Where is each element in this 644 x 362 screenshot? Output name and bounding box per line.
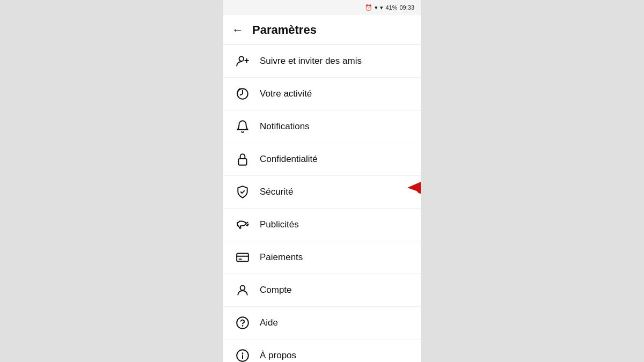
privacy-label: Confidentialité bbox=[260, 154, 318, 165]
info-icon bbox=[234, 347, 251, 362]
account-label: Compte bbox=[260, 285, 292, 295]
alarm-icon: ⏰ bbox=[365, 4, 372, 11]
svg-point-13 bbox=[237, 317, 248, 329]
follow-label: Suivre et inviter des amis bbox=[260, 56, 362, 67]
svg-marker-5 bbox=[407, 180, 421, 193]
sidebar-item-privacy[interactable]: Confidentialité bbox=[223, 143, 421, 176]
security-label: Sécurité bbox=[260, 187, 293, 197]
add-person-icon bbox=[234, 53, 251, 70]
help-icon bbox=[234, 314, 251, 331]
payments-label: Paiements bbox=[260, 252, 303, 263]
activity-label: Votre activité bbox=[260, 88, 312, 99]
lock-icon bbox=[234, 151, 251, 168]
sidebar-item-notifications[interactable]: Notifications bbox=[223, 110, 421, 143]
notifications-label: Notifications bbox=[260, 121, 310, 132]
sidebar-item-help[interactable]: Aide bbox=[223, 307, 421, 339]
signal-icon: ▾ bbox=[380, 4, 383, 11]
about-label: À propos bbox=[260, 350, 296, 361]
svg-line-7 bbox=[247, 225, 248, 226]
card-icon bbox=[234, 249, 251, 266]
header: ← Paramètres bbox=[223, 15, 421, 45]
activity-icon bbox=[234, 85, 251, 102]
ads-label: Publicités bbox=[260, 219, 299, 230]
sidebar-item-follow[interactable]: Suivre et inviter des amis bbox=[223, 45, 421, 78]
svg-rect-9 bbox=[237, 253, 248, 261]
phone-frame: ⏰ ▾ ▾ 41% 09:33 ← Paramètres Suivre et i… bbox=[223, 0, 421, 362]
sidebar-item-account[interactable]: Compte bbox=[223, 274, 421, 307]
svg-point-0 bbox=[239, 56, 244, 61]
battery-level: 41% bbox=[385, 4, 397, 11]
sidebar-item-payments[interactable]: Paiements bbox=[223, 241, 421, 274]
bell-icon bbox=[234, 118, 251, 135]
sidebar-item-security[interactable]: Sécurité bbox=[223, 176, 421, 209]
shield-icon bbox=[234, 183, 251, 201]
sidebar-item-about[interactable]: À propos bbox=[223, 339, 421, 362]
svg-line-6 bbox=[247, 223, 248, 223]
sidebar-item-activity[interactable]: Votre activité bbox=[223, 78, 421, 110]
help-label: Aide bbox=[260, 317, 278, 328]
status-bar: ⏰ ▾ ▾ 41% 09:33 bbox=[223, 0, 421, 15]
wifi-icon: ▾ bbox=[375, 4, 378, 11]
person-icon bbox=[234, 282, 251, 299]
status-icons: ⏰ ▾ ▾ 41% 09:33 bbox=[365, 4, 414, 11]
back-button[interactable]: ← bbox=[232, 24, 244, 36]
settings-list: Suivre et inviter des amis Votre activit… bbox=[223, 45, 421, 362]
svg-rect-4 bbox=[238, 159, 246, 165]
megaphone-icon bbox=[234, 216, 251, 233]
svg-point-12 bbox=[240, 285, 245, 290]
page-title: Paramètres bbox=[252, 23, 317, 37]
sidebar-item-ads[interactable]: Publicités bbox=[223, 209, 421, 241]
time-display: 09:33 bbox=[399, 4, 414, 11]
